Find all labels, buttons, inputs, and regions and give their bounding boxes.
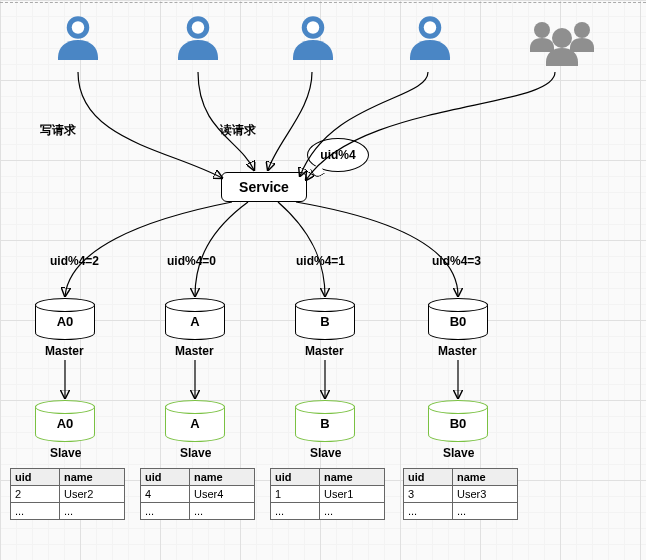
svg-point-10 (552, 28, 572, 48)
route-label: uid%4=0 (167, 254, 216, 268)
user-icon (48, 10, 108, 70)
table-row: 4User4 (141, 486, 255, 503)
master-label: Master (45, 344, 84, 358)
master-label: Master (175, 344, 214, 358)
master-db: B0 (428, 298, 488, 338)
write-request-label: 写请求 (40, 122, 76, 139)
data-table: uidname 3User3 ...... (403, 468, 518, 520)
slave-db: A0 (35, 400, 95, 440)
table-row: ...... (271, 503, 385, 520)
read-request-label: 读请求 (220, 122, 256, 139)
svg-point-1 (72, 21, 85, 34)
slave-db: A (165, 400, 225, 440)
table-row: ...... (141, 503, 255, 520)
service-node: Service (221, 172, 307, 202)
slave-db: B (295, 400, 355, 440)
svg-point-8 (534, 22, 550, 38)
page-divider (0, 2, 646, 3)
route-label: uid%4=3 (432, 254, 481, 268)
hash-bubble: uid%4 (307, 138, 369, 172)
table-row: 3User3 (404, 486, 518, 503)
data-table: uidname 2User2 ...... (10, 468, 125, 520)
master-label: Master (438, 344, 477, 358)
table-row: ...... (11, 503, 125, 520)
master-label: Master (305, 344, 344, 358)
slave-db: B0 (428, 400, 488, 440)
master-db: A (165, 298, 225, 338)
slave-label: Slave (443, 446, 474, 460)
master-db: A0 (35, 298, 95, 338)
user-icon (168, 10, 228, 70)
master-db: B (295, 298, 355, 338)
svg-point-3 (192, 21, 205, 34)
route-label: uid%4=2 (50, 254, 99, 268)
group-icon (522, 14, 602, 70)
table-row: 1User1 (271, 486, 385, 503)
slave-label: Slave (50, 446, 81, 460)
user-icon (400, 10, 460, 70)
data-table: uidname 1User1 ...... (270, 468, 385, 520)
svg-point-7 (424, 21, 437, 34)
slave-label: Slave (180, 446, 211, 460)
slave-label: Slave (310, 446, 341, 460)
table-row: 2User2 (11, 486, 125, 503)
data-table: uidname 4User4 ...... (140, 468, 255, 520)
route-label: uid%4=1 (296, 254, 345, 268)
user-icon (283, 10, 343, 70)
table-row: ...... (404, 503, 518, 520)
svg-point-9 (574, 22, 590, 38)
svg-point-5 (307, 21, 320, 34)
